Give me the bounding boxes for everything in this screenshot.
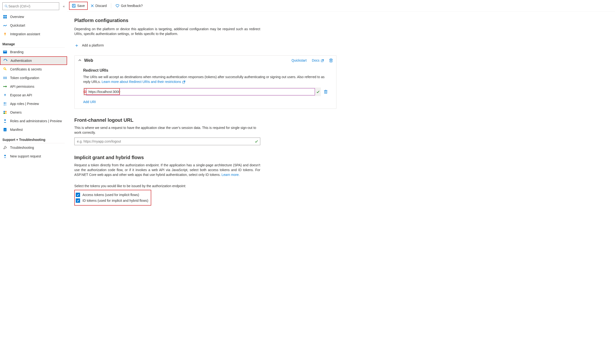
wrench-icon: [2, 146, 8, 150]
sidebar-item-label: Troubleshooting: [10, 146, 34, 150]
svg-line-1: [7, 7, 8, 8]
roles-icon: [2, 102, 8, 105]
sidebar-item-quickstart[interactable]: Quickstart: [0, 21, 67, 30]
svg-point-18: [4, 103, 5, 104]
plus-icon: ＋: [74, 42, 79, 49]
sidebar-item-app-roles[interactable]: App roles | Preview: [0, 99, 67, 108]
sidebar-group-manage: Manage: [0, 38, 67, 47]
implicit-learn-more-link[interactable]: Learn more.: [222, 173, 239, 177]
platform-configurations-desc: Depending on the platform or device this…: [74, 26, 260, 36]
quickstart-link[interactable]: Quickstart: [291, 58, 307, 62]
id-tokens-checkbox[interactable]: [76, 198, 80, 203]
feedback-button[interactable]: Got feedback?: [113, 2, 145, 10]
svg-rect-20: [4, 111, 5, 112]
sidebar-item-label: Owners: [10, 110, 22, 114]
sidebar-item-label: Branding: [10, 50, 24, 54]
svg-rect-21: [5, 111, 6, 112]
redirect-uris-heading: Redirect URIs: [83, 68, 328, 73]
owners-icon: [2, 111, 8, 114]
overview-icon: [2, 15, 8, 19]
valid-check-icon: [316, 90, 320, 93]
access-tokens-label: Access tokens (used for implicit flows): [82, 193, 139, 197]
close-icon: [91, 4, 94, 7]
logout-url-field[interactable]: [74, 138, 260, 145]
svg-rect-23: [5, 113, 6, 114]
chevron-up-icon[interactable]: [78, 58, 82, 62]
support-icon: [2, 154, 8, 158]
svg-rect-7: [4, 51, 6, 52]
svg-line-11: [6, 69, 6, 70]
toolbar: Save Discard Got feedback?: [67, 0, 615, 12]
save-icon: [72, 4, 76, 8]
add-platform-label: Add a platform: [82, 43, 104, 47]
sidebar-item-troubleshooting[interactable]: Troubleshooting: [0, 143, 67, 152]
sidebar-item-label: New support request: [10, 154, 41, 158]
logout-desc: This is where we send a request to have …: [74, 125, 260, 135]
sidebar-item-authentication[interactable]: Authentication: [0, 56, 67, 65]
sidebar-item-owners[interactable]: Owners: [0, 108, 67, 117]
quickstart-icon: [2, 24, 8, 27]
sidebar-group-support: Support + Troubleshooting: [0, 134, 67, 143]
admin-icon: [2, 119, 8, 123]
access-tokens-checkbox[interactable]: [76, 193, 80, 197]
implicit-desc: Request a token directly from the author…: [74, 163, 260, 177]
search-input[interactable]: [8, 4, 57, 8]
expose-icon: [2, 94, 8, 97]
sidebar-item-expose-api[interactable]: Expose an API: [0, 91, 67, 99]
svg-point-15: [3, 86, 4, 87]
sidebar-item-label: Integration assistant: [10, 32, 40, 36]
sidebar-item-label: Manifest: [10, 128, 23, 131]
redirect-uri-input[interactable]: [86, 88, 315, 95]
svg-rect-29: [73, 4, 74, 5]
delete-uri-icon[interactable]: [324, 90, 328, 94]
branding-icon: [2, 51, 8, 53]
svg-rect-4: [3, 17, 5, 18]
key-icon: [2, 67, 8, 71]
web-card-title: Web: [84, 58, 93, 63]
sidebar-item-label: Overview: [10, 15, 24, 19]
search-box[interactable]: [2, 2, 59, 10]
redirect-learn-more-link[interactable]: Learn more about Redirect URIs and their…: [102, 80, 185, 84]
sidebar-item-api-permissions[interactable]: API permissions: [0, 82, 67, 91]
svg-point-24: [4, 119, 6, 121]
sidebar-item-label: Roles and administrators | Preview: [10, 119, 62, 123]
valid-check-icon: [255, 140, 258, 143]
feedback-label: Got feedback?: [121, 4, 143, 8]
svg-rect-2: [3, 15, 5, 16]
docs-link[interactable]: Docs: [312, 58, 324, 62]
svg-rect-6: [3, 51, 7, 53]
sidebar-item-new-support[interactable]: New support request: [0, 152, 67, 161]
heart-icon: [116, 4, 119, 7]
toolbar-separator: [111, 3, 111, 8]
logout-url-input[interactable]: [77, 139, 255, 143]
sidebar-item-label: Token configuration: [10, 76, 39, 80]
discard-button[interactable]: Discard: [88, 2, 109, 10]
sidebar-item-integration-assistant[interactable]: Integration assistant: [0, 30, 67, 38]
web-platform-card: Web Quickstart Docs Redirect URIs: [74, 55, 337, 109]
save-button[interactable]: Save: [69, 2, 88, 10]
add-platform-button[interactable]: ＋ Add a platform: [74, 42, 608, 49]
add-uri-link[interactable]: Add URI: [83, 100, 96, 104]
svg-rect-5: [5, 17, 7, 18]
sidebar-item-token-config[interactable]: Token configuration: [0, 74, 67, 82]
platform-configurations-heading: Platform configurations: [74, 18, 608, 23]
id-tokens-label: ID tokens (used for implicit and hybrid …: [82, 199, 148, 203]
rocket-icon: [2, 32, 8, 36]
token-checkbox-group: Access tokens (used for implicit flows) …: [74, 190, 151, 206]
svg-rect-22: [4, 113, 5, 114]
sidebar: « Overview Quickstart Integration assist…: [0, 0, 67, 364]
sidebar-item-roles-admins[interactable]: Roles and administrators | Preview: [0, 117, 67, 125]
svg-point-0: [5, 5, 7, 7]
sidebar-item-label: Certificates & secrets: [10, 67, 42, 71]
svg-point-17: [4, 94, 6, 95]
collapse-sidebar-icon[interactable]: «: [63, 4, 65, 8]
manifest-icon: {}: [2, 128, 8, 131]
redirect-uris-desc: The URIs we will accept as destinations …: [83, 75, 328, 84]
delete-platform-icon[interactable]: [329, 58, 333, 63]
sidebar-item-manifest[interactable]: {} Manifest: [0, 125, 67, 134]
sidebar-item-branding[interactable]: Branding: [0, 48, 67, 56]
sidebar-item-label: Authentication: [11, 59, 32, 63]
sidebar-item-overview[interactable]: Overview: [0, 13, 67, 21]
sidebar-item-certificates[interactable]: Certificates & secrets: [0, 65, 67, 74]
svg-point-19: [5, 103, 6, 104]
